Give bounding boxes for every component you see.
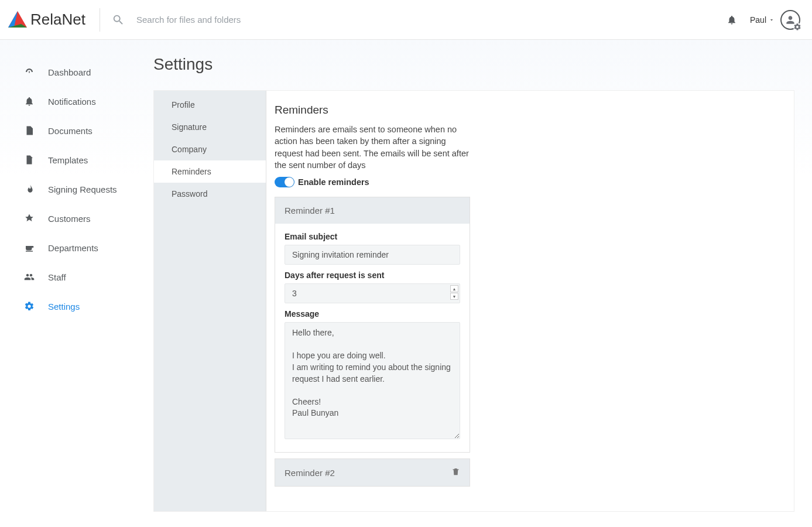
sidebar-item-label: Signing Requests [48,184,117,194]
settings-body: Reminders Reminders are emails sent to s… [266,91,478,511]
sidebar-item-label: Customers [48,214,91,224]
user-name: Paul [750,15,766,25]
sidebar-item-notifications[interactable]: Notifications [0,87,153,116]
notifications-icon[interactable] [727,15,737,25]
sidebar-item-label: Staff [48,272,66,282]
people-icon [23,272,35,282]
settings-panel: ProfileSignatureCompanyRemindersPassword… [153,90,794,512]
sidebar-item-staff[interactable]: Staff [0,262,153,292]
message-textarea[interactable]: Hello there, I hope you are doing well. … [285,322,460,439]
spinner-down-icon[interactable]: ▼ [450,293,458,300]
tab-reminders[interactable]: Reminders [154,160,266,183]
logo[interactable]: RelaNet [8,8,100,32]
sidebar-item-departments[interactable]: Departments [0,233,153,262]
enable-reminders-toggle[interactable] [275,177,294,187]
page-title: Settings [153,55,794,74]
user-menu[interactable]: Paul [750,10,800,30]
coffee-icon [23,242,35,253]
reminder-card-2: Reminder #2 [275,458,470,487]
badge-icon [23,213,35,224]
spinner-up-icon[interactable]: ▲ [450,285,458,292]
sidebar: DashboardNotificationsDocumentsTemplates… [0,40,153,527]
days-label: Days after request is sent [285,271,460,280]
settings-tabs: ProfileSignatureCompanyRemindersPassword [154,91,266,511]
document-icon [23,125,35,136]
sidebar-item-label: Templates [48,155,88,165]
sidebar-item-label: Documents [48,126,92,136]
search-input[interactable] [136,15,371,25]
bell-icon [23,96,35,107]
tab-company[interactable]: Company [154,138,266,160]
section-description: Reminders are emails sent to someone whe… [275,124,470,171]
main: DashboardNotificationsDocumentsTemplates… [0,40,812,527]
tab-signature[interactable]: Signature [154,116,266,138]
reminder-card-1: Reminder #1 Email subject Days after req… [275,197,470,453]
logo-text: RelaNet [30,11,85,29]
app-header: RelaNet Paul [0,0,812,40]
avatar[interactable] [780,10,800,30]
trash-icon[interactable] [451,467,460,478]
reminder-title: Reminder #1 [285,206,335,215]
tab-profile[interactable]: Profile [154,91,266,116]
sidebar-item-label: Settings [48,302,80,312]
sidebar-item-signing-requests[interactable]: Signing Requests [0,174,153,204]
email-subject-input[interactable] [285,245,460,265]
dashboard-icon [23,67,35,77]
gear-icon [793,23,801,31]
reminder-body: Email subject Days after request is sent… [275,224,470,452]
section-title: Reminders [275,104,470,117]
sidebar-item-customers[interactable]: Customers [0,204,153,233]
sidebar-item-label: Notifications [48,97,96,107]
message-label: Message [285,309,460,319]
sidebar-item-dashboard[interactable]: Dashboard [0,57,153,87]
reminder-header[interactable]: Reminder #1 [275,197,470,224]
enable-reminders-row: Enable reminders [275,177,470,187]
email-subject-label: Email subject [285,232,460,241]
reminder-title: Reminder #2 [285,468,335,478]
sidebar-item-label: Departments [48,243,98,253]
header-right: Paul [727,10,800,30]
sidebar-item-label: Dashboard [48,67,91,77]
days-spinner[interactable]: ▲▼ [450,285,458,300]
logo-icon [8,11,27,29]
days-input[interactable] [285,283,460,303]
sidebar-item-templates[interactable]: Templates [0,145,153,174]
reminder-header[interactable]: Reminder #2 [275,459,470,486]
sidebar-item-documents[interactable]: Documents [0,116,153,145]
search-icon[interactable] [112,13,125,26]
chevron-down-icon [769,17,775,23]
search-wrap [107,13,727,26]
tab-password[interactable]: Password [154,183,266,205]
sidebar-item-settings[interactable]: Settings [0,292,153,321]
flame-icon [23,184,35,194]
content: Settings ProfileSignatureCompanyReminder… [153,40,812,527]
gear-icon [23,301,35,312]
file-icon [23,155,35,165]
enable-reminders-label: Enable reminders [298,177,369,187]
